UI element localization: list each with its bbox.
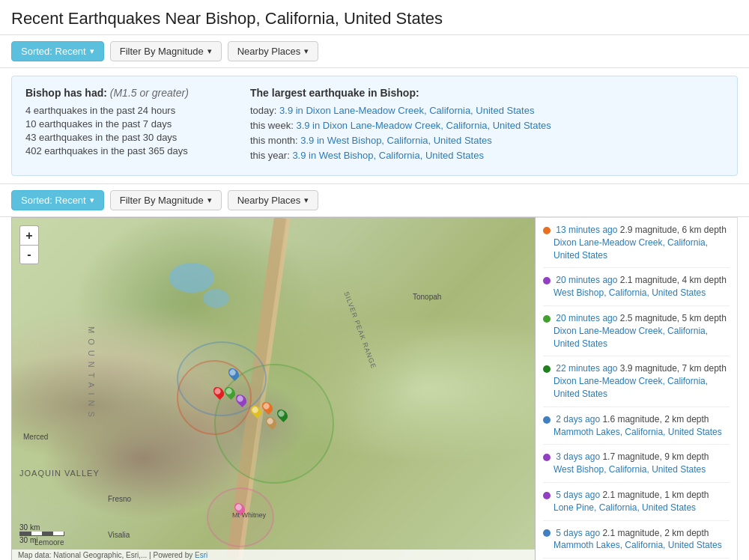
city-label-fresno: Fresno bbox=[108, 495, 131, 503]
eq-time-link-2[interactable]: 20 minutes ago bbox=[556, 313, 617, 323]
eq-row-2: 20 minutes ago 2.5 magnitude, 5 km depth bbox=[543, 312, 730, 325]
eq-detail-2: 2.5 magnitude, 5 km depth bbox=[620, 313, 727, 323]
eq-time-link-5[interactable]: 3 days ago bbox=[556, 451, 600, 462]
eq-row-1: 20 minutes ago 2.1 magnitude, 4 km depth bbox=[543, 274, 730, 287]
eq-time-link-6[interactable]: 5 days ago bbox=[556, 490, 600, 500]
earthquake-item-2: 20 minutes ago 2.5 magnitude, 5 km depth… bbox=[543, 306, 730, 356]
eq-dot-5 bbox=[543, 454, 551, 461]
scale-label-mi: 30 mi bbox=[19, 536, 64, 544]
largest-week: this week: 3.9 in Dixon Lane-Meadow Cree… bbox=[250, 120, 724, 131]
eq-location-0: Dixon Lane-Meadow Creek, California, Uni… bbox=[543, 237, 730, 262]
nearby-places-button-2[interactable]: Nearby Places bbox=[228, 190, 319, 210]
map-zoom-controls: + - bbox=[19, 225, 39, 264]
largest-today: today: 3.9 in Dixon Lane-Meadow Creek, C… bbox=[250, 105, 724, 116]
filter-magnitude-button-2[interactable]: Filter By Magnitude bbox=[110, 190, 222, 210]
city-label-merced: Merced bbox=[23, 433, 48, 441]
eq-time-link-4[interactable]: 2 days ago bbox=[556, 414, 600, 424]
eq-location-2: Dixon Lane-Meadow Creek, California, Uni… bbox=[543, 325, 730, 350]
earthquake-item-5: 3 days ago 1.7 magnitude, 9 km depth Wes… bbox=[543, 445, 730, 483]
eq-location-4: Mammoth Lakes, California, United States bbox=[543, 426, 730, 439]
earthquake-item-6: 5 days ago 2.1 magnitude, 1 km depth Lon… bbox=[543, 483, 730, 521]
top-toolbar: Sorted: Recent Filter By Magnitude Nearb… bbox=[0, 35, 749, 68]
stat-30d: 43 earthquakes in the past 30 days bbox=[25, 132, 235, 143]
eq-row-7: 5 days ago 2.1 magnitude, 2 km depth bbox=[543, 527, 730, 540]
city-label-tonopah: Tonopah bbox=[413, 293, 441, 301]
earthquake-item-3: 22 minutes ago 3.9 magnitude, 7 km depth… bbox=[543, 356, 730, 407]
eq-row-4: 2 days ago 1.6 magnitude, 2 km depth bbox=[543, 413, 730, 426]
eq-detail-4: 1.6 magnitude, 2 km depth bbox=[602, 414, 709, 424]
eq-detail-1: 2.1 magnitude, 4 km depth bbox=[620, 275, 727, 285]
main-content: Tonopah Merced Fresno Lemoore Visalia Mt… bbox=[11, 217, 738, 560]
earthquake-item-0: 13 minutes ago 2.9 magnitude, 6 km depth… bbox=[543, 218, 730, 268]
map[interactable]: Tonopah Merced Fresno Lemoore Visalia Mt… bbox=[11, 217, 536, 560]
eq-row-5: 3 days ago 1.7 magnitude, 9 km depth bbox=[543, 451, 730, 463]
eq-time-link-3[interactable]: 22 minutes ago bbox=[556, 363, 617, 374]
nearby-places-button-top[interactable]: Nearby Places bbox=[228, 41, 319, 61]
eq-dot-0 bbox=[543, 227, 551, 234]
eq-dot-3 bbox=[543, 365, 551, 373]
eq-dot-7 bbox=[543, 529, 551, 537]
info-panel: Bishop has had: (M1.5 or greater) 4 eart… bbox=[11, 76, 738, 176]
stat-7d: 10 earthquakes in the past 7 days bbox=[25, 118, 235, 130]
stat-24h: 4 earthquakes in the past 24 hours bbox=[25, 105, 235, 116]
eq-detail-0: 2.9 magnitude, 6 km depth bbox=[620, 225, 727, 235]
eq-detail-7: 2.1 magnitude, 2 km depth bbox=[602, 528, 709, 538]
scale-label-km: 30 km bbox=[19, 523, 64, 532]
bishop-had-heading: Bishop has had: (M1.5 or greater) bbox=[25, 87, 235, 99]
second-toolbar: Sorted: Recent Filter By Magnitude Nearb… bbox=[0, 183, 749, 217]
city-label-visalia: Visalia bbox=[108, 531, 130, 539]
eq-detail-6: 2.1 magnitude, 1 km depth bbox=[602, 490, 709, 500]
zoom-out-button[interactable]: - bbox=[19, 245, 39, 264]
eq-location-1: West Bishop, California, United States bbox=[543, 287, 730, 299]
eq-location-5: West Bishop, California, United States bbox=[543, 463, 730, 476]
eq-dot-1 bbox=[543, 277, 551, 284]
sorted-recent-button[interactable]: Sorted: Recent bbox=[11, 41, 104, 61]
city-label-mtwhitney: Mt Whitney bbox=[232, 511, 266, 519]
eq-location-6: Lone Pine, California, United States bbox=[543, 502, 730, 514]
eq-time-link-1[interactable]: 20 minutes ago bbox=[556, 275, 617, 285]
map-scale: 30 km 30 mi bbox=[19, 523, 64, 544]
sorted-recent-button-2[interactable]: Sorted: Recent bbox=[11, 190, 104, 210]
eq-time-link-0[interactable]: 13 minutes ago bbox=[556, 225, 617, 235]
eq-row-0: 13 minutes ago 2.9 magnitude, 6 km depth bbox=[543, 224, 730, 237]
info-stats: Bishop has had: (M1.5 or greater) 4 eart… bbox=[25, 87, 250, 165]
eq-dot-4 bbox=[543, 416, 551, 424]
region-label-sierra: M O U N T A I N S bbox=[87, 326, 96, 419]
eq-detail-3: 3.9 magnitude, 7 km depth bbox=[620, 363, 727, 374]
eq-dot-2 bbox=[543, 315, 551, 323]
zoom-in-button[interactable]: + bbox=[19, 225, 39, 245]
largest-month: this month: 3.9 in West Bishop, Californ… bbox=[250, 135, 724, 146]
largest-heading: The largest earthquake in Bishop: bbox=[250, 87, 724, 99]
eq-dot-6 bbox=[543, 492, 551, 499]
map-lake-2 bbox=[203, 289, 229, 308]
eq-location-7: Mammoth Lakes, California, United States bbox=[543, 539, 730, 552]
page-title: Recent Earthquakes Near Bishop, Californ… bbox=[0, 0, 749, 35]
info-largest: The largest earthquake in Bishop: today:… bbox=[250, 87, 724, 165]
earthquake-item-4: 2 days ago 1.6 magnitude, 2 km depth Mam… bbox=[543, 407, 730, 445]
filter-magnitude-button[interactable]: Filter By Magnitude bbox=[110, 41, 222, 61]
region-label-jv: JOAQUIN VALLEY bbox=[19, 469, 100, 478]
largest-year: this year: 3.9 in West Bishop, Californi… bbox=[250, 150, 724, 161]
earthquake-item-1: 20 minutes ago 2.1 magnitude, 4 km depth… bbox=[543, 268, 730, 306]
stat-365d: 402 earthquakes in the past 365 days bbox=[25, 145, 235, 156]
eq-row-6: 5 days ago 2.1 magnitude, 1 km depth bbox=[543, 489, 730, 502]
eq-row-3: 22 minutes ago 3.9 magnitude, 7 km depth bbox=[543, 362, 730, 375]
earthquake-list: 13 minutes ago 2.9 magnitude, 6 km depth… bbox=[536, 217, 738, 560]
earthquake-item-7: 5 days ago 2.1 magnitude, 2 km depth Mam… bbox=[543, 521, 730, 559]
map-attribution: Map data: National Geographic, Esri,... … bbox=[12, 550, 535, 560]
eq-time-link-7[interactable]: 5 days ago bbox=[556, 528, 600, 538]
map-lake-1 bbox=[169, 263, 214, 293]
eq-location-3: Dixon Lane-Meadow Creek, California, Uni… bbox=[543, 375, 730, 401]
eq-detail-5: 1.7 magnitude, 9 km depth bbox=[602, 451, 709, 462]
